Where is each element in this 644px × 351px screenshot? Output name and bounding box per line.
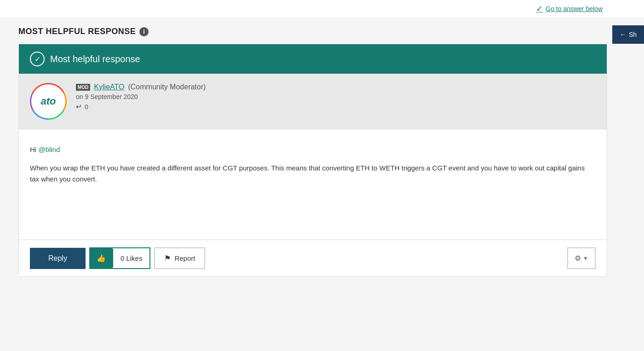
check-circle-icon: ✓ <box>30 52 45 66</box>
flag-icon: ⚑ <box>164 254 171 263</box>
thumbs-up-icon: 👍 <box>90 248 112 268</box>
avatar: ato <box>30 83 67 120</box>
gear-icon: ⚙ <box>575 254 581 263</box>
section-title: MOST HELPFUL RESPONSE i <box>18 27 607 36</box>
mod-badge: MOD <box>76 84 90 91</box>
author-name-link[interactable]: KylieATO <box>94 83 124 91</box>
post-actions: Reply 👍 0 Likes ⚑ Report ⚙ ▼ <box>19 240 607 276</box>
main-paragraph: When you wrap the ETH you have created a… <box>30 163 596 185</box>
post-content: Hi @blind When you wrap the ETH you have… <box>19 129 607 240</box>
response-header: ✓ Most helpful response <box>19 44 607 74</box>
reply-count: ↵ 0 <box>76 102 206 111</box>
post-date: on 9 September 2020 <box>76 93 206 100</box>
response-header-label: Most helpful response <box>50 54 140 64</box>
chevron-down-icon: ✓ <box>536 4 543 14</box>
reply-icon: ↵ <box>76 102 82 111</box>
go-to-answer-link[interactable]: ✓ Go to answer below <box>536 4 603 14</box>
reply-button[interactable]: Reply <box>30 248 86 269</box>
report-button[interactable]: ⚑ Report <box>154 247 205 269</box>
dropdown-arrow-icon: ▼ <box>583 255 588 262</box>
main-content: MOST HELPFUL RESPONSE i ✓ Most helpful r… <box>0 18 626 295</box>
likes-count: 0 Likes <box>112 249 150 268</box>
go-to-answer-text: Go to answer below <box>546 5 603 12</box>
likes-button[interactable]: 👍 0 Likes <box>89 247 151 269</box>
mention-link[interactable]: @blind <box>38 146 60 153</box>
share-button[interactable]: ← Sh <box>612 25 644 44</box>
gear-dropdown-button[interactable]: ⚙ ▼ <box>567 247 596 269</box>
greeting-text: Hi <box>30 146 38 153</box>
greeting-paragraph: Hi @blind <box>30 144 596 155</box>
top-bar: ✓ Go to answer below <box>0 0 644 18</box>
author-section: ato MOD KylieATO (Community Moderator) o… <box>19 74 607 129</box>
info-icon[interactable]: i <box>139 27 149 36</box>
share-icon: ← <box>620 31 626 38</box>
response-card: ✓ Most helpful response ato MOD KylieATO… <box>18 44 607 277</box>
avatar-text: ato <box>41 95 56 107</box>
author-role: (Community Moderator) <box>128 83 206 91</box>
author-info: MOD KylieATO (Community Moderator) on 9 … <box>76 83 206 111</box>
